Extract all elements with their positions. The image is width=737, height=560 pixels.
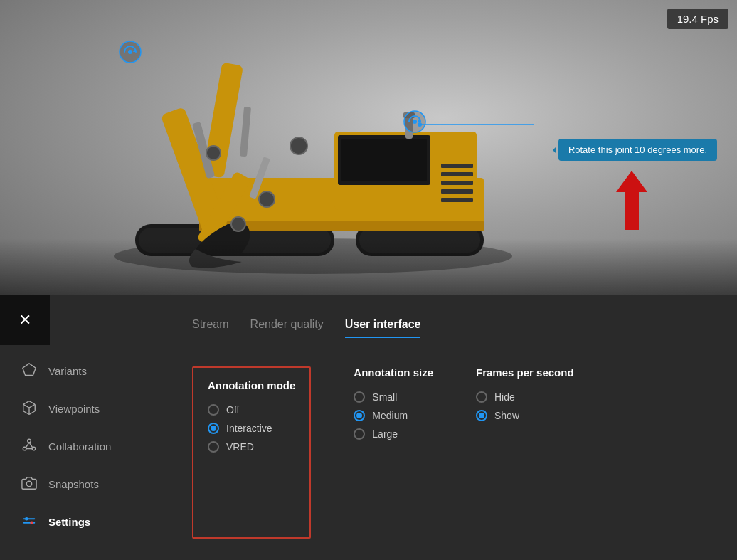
fps-title: Frames per second bbox=[476, 366, 574, 379]
annotation-size-title: Annotation size bbox=[354, 366, 433, 379]
sidebar-label-settings: Settings bbox=[48, 516, 90, 528]
svg-point-22 bbox=[259, 191, 275, 207]
close-icon: ✕ bbox=[18, 311, 31, 329]
annotation-mode-interactive-label: Interactive bbox=[226, 423, 272, 434]
annotation-mode-off-label: Off bbox=[226, 404, 239, 416]
sidebar-label-snapshots: Snapshots bbox=[48, 478, 99, 490]
sidebar-item-settings[interactable]: Settings bbox=[0, 503, 164, 541]
svg-point-37 bbox=[32, 447, 36, 450]
svg-point-21 bbox=[290, 137, 307, 154]
connector-line bbox=[413, 117, 541, 139]
radio-small bbox=[354, 391, 365, 403]
radio-large bbox=[354, 428, 365, 440]
radio-show bbox=[476, 410, 487, 421]
sidebar-item-viewpoints[interactable]: Viewpoints bbox=[0, 390, 164, 428]
sidebar-item-snapshots[interactable]: Snapshots bbox=[0, 465, 164, 503]
bottom-panel: Variants Viewpoints Collaboration Snapsh… bbox=[0, 295, 737, 560]
svg-point-28 bbox=[128, 50, 132, 54]
annotation-mode-title: Annotation mode bbox=[208, 379, 295, 391]
fps-options: Hide Show bbox=[476, 391, 574, 421]
fps-hide[interactable]: Hide bbox=[476, 391, 574, 403]
fps-show[interactable]: Show bbox=[476, 410, 574, 421]
svg-point-32 bbox=[418, 122, 422, 127]
tab-user-interface[interactable]: User interface bbox=[345, 318, 421, 338]
tooltip: Rotate this joint 10 degrees more. bbox=[558, 139, 717, 161]
annotation-mode-section: Annotation mode Off Interactive VRED bbox=[192, 366, 311, 539]
radio-hide bbox=[476, 391, 487, 403]
settings-icon bbox=[21, 513, 37, 531]
svg-point-35 bbox=[28, 439, 31, 443]
svg-point-23 bbox=[231, 217, 245, 231]
svg-point-24 bbox=[206, 146, 221, 160]
annotation-mode-off[interactable]: Off bbox=[208, 404, 295, 416]
svg-line-39 bbox=[29, 443, 33, 448]
svg-line-38 bbox=[26, 443, 29, 448]
sidebar-item-variants[interactable]: Variants bbox=[0, 352, 164, 390]
svg-rect-9 bbox=[341, 139, 427, 181]
svg-point-44 bbox=[25, 517, 28, 521]
svg-rect-11 bbox=[441, 172, 473, 176]
fps-hide-label: Hide bbox=[494, 391, 515, 403]
svg-rect-14 bbox=[441, 198, 473, 202]
annotation-size-large[interactable]: Large bbox=[354, 428, 433, 440]
settings-grid: Annotation mode Off Interactive VRED bbox=[164, 345, 737, 560]
annotation-size-small[interactable]: Small bbox=[354, 391, 433, 403]
sidebar-label-variants: Variants bbox=[48, 365, 87, 377]
tab-render-quality[interactable]: Render quality bbox=[250, 318, 324, 338]
annotation-mode-vred[interactable]: VRED bbox=[208, 441, 295, 453]
svg-rect-4 bbox=[359, 228, 480, 253]
svg-rect-10 bbox=[441, 164, 473, 168]
svg-point-0 bbox=[114, 238, 512, 274]
3d-viewport: 19.4 Fps bbox=[0, 0, 737, 295]
annotation-size-medium-label: Medium bbox=[372, 410, 408, 421]
diamond-icon bbox=[21, 362, 37, 380]
tabs-bar: Stream Render quality User interface bbox=[164, 295, 737, 345]
camera-icon bbox=[21, 475, 37, 493]
fps-show-label: Show bbox=[494, 410, 519, 421]
annotation-size-small-label: Small bbox=[372, 391, 397, 403]
svg-marker-33 bbox=[23, 364, 36, 375]
radio-vred bbox=[208, 441, 219, 453]
sidebar-item-collaboration[interactable]: Collaboration bbox=[0, 428, 164, 465]
svg-point-36 bbox=[23, 447, 26, 450]
tab-stream[interactable]: Stream bbox=[192, 318, 229, 338]
annotation-mode-options: Off Interactive VRED bbox=[208, 404, 295, 453]
sidebar-label-viewpoints: Viewpoints bbox=[48, 403, 100, 415]
annotation-size-medium[interactable]: Medium bbox=[354, 410, 433, 421]
svg-point-41 bbox=[26, 481, 31, 486]
svg-rect-19 bbox=[240, 107, 251, 157]
svg-rect-12 bbox=[441, 181, 473, 185]
annotation-size-section: Annotation size Small Medium Large bbox=[354, 366, 433, 539]
radio-medium bbox=[354, 410, 365, 421]
svg-rect-13 bbox=[441, 189, 473, 194]
sidebar-label-collaboration: Collaboration bbox=[48, 440, 111, 453]
cube-icon bbox=[21, 400, 37, 418]
radio-interactive bbox=[208, 423, 219, 434]
annotation-size-large-label: Large bbox=[372, 428, 398, 440]
svg-point-45 bbox=[30, 521, 33, 524]
rotate-icon-1[interactable] bbox=[117, 39, 143, 65]
nodes-icon bbox=[21, 438, 37, 455]
fps-counter: 19.4 Fps bbox=[667, 9, 728, 29]
radio-off bbox=[208, 404, 219, 416]
annotation-mode-interactive[interactable]: Interactive bbox=[208, 423, 295, 434]
main-content: Stream Render quality User interface Ann… bbox=[164, 295, 737, 560]
annotation-size-options: Small Medium Large bbox=[354, 391, 433, 440]
annotation-mode-vred-label: VRED bbox=[226, 441, 254, 453]
fps-section: Frames per second Hide Show bbox=[476, 366, 574, 539]
close-button[interactable]: ✕ bbox=[0, 295, 50, 345]
